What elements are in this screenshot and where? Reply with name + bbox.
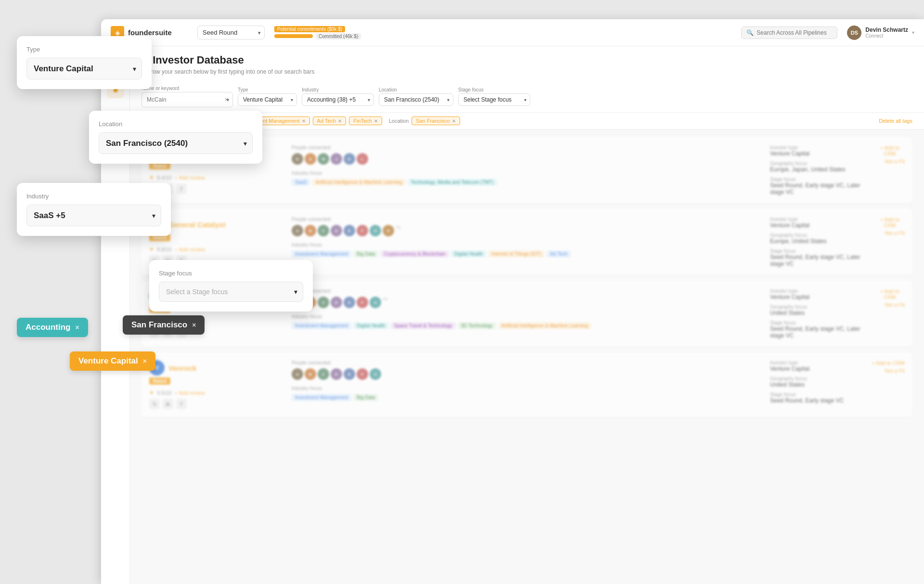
industry-dropdown-select-wrap[interactable]: SaaS +5 — [26, 205, 161, 226]
ind3-tag2[interactable]: Digital Health — [353, 322, 388, 329]
pipeline-select[interactable]: Seed Round — [197, 26, 265, 39]
ind4-tag1[interactable]: Investment Management — [292, 394, 351, 401]
stage-value-3: Seed Round, Early stage VC, Later stage … — [770, 325, 875, 339]
stage-dropdown-select-wrap[interactable]: Select a Stage focus — [159, 282, 303, 302]
pipeline-select-wrap[interactable]: Seed Round — [197, 26, 265, 39]
ind-tag-tmt[interactable]: Technology, Media and Telecom (TMT) — [408, 179, 497, 186]
industry-tags-3: Investment Management Digital Health Spa… — [292, 322, 762, 329]
filter-type-select[interactable]: Venture Capital — [238, 93, 297, 106]
global-search-input[interactable] — [757, 29, 832, 36]
geo-label-4: Geography focus: — [770, 376, 844, 381]
investor-name-2[interactable]: General Catalyst — [168, 221, 225, 229]
dropdown-type: Type Venture Capital — [17, 36, 152, 89]
type-dropdown-label: Type — [26, 46, 142, 53]
add-crm-btn-2[interactable]: + Add to CRM — [875, 217, 905, 228]
avatar-1: D — [292, 153, 303, 165]
investor-details-4: Investor type: Venture Capital Geography… — [770, 360, 844, 404]
ind2-tag5[interactable]: Internet of Things (IOT) — [488, 250, 545, 258]
filter-stage-label: Stage focus — [458, 87, 530, 92]
av3-5: E — [344, 297, 355, 308]
add-review-4[interactable]: + Add review — [175, 390, 205, 396]
type-dropdown-select[interactable]: Venture Capital — [26, 58, 142, 79]
rating-row-1: ★ 9.4/10 + Add review — [149, 174, 284, 181]
av2-5: E — [344, 225, 355, 236]
ind2-tag4[interactable]: Digital Health — [451, 250, 486, 258]
tag-adtech[interactable]: Ad Tech ✕ — [313, 117, 346, 125]
tag-sf[interactable]: San Francisco ✕ — [411, 117, 460, 125]
add-review-1[interactable]: + Add review — [175, 175, 205, 181]
filter-location-wrap[interactable]: San Francisco (2540) — [379, 93, 453, 106]
chip-vc-close-icon[interactable]: × — [143, 357, 147, 365]
ind2-tag1[interactable]: Investment Management — [292, 250, 351, 258]
not-fit-btn-2[interactable]: Not a Fit — [885, 230, 905, 236]
av3-3: C — [318, 297, 329, 308]
twitter-icon-4[interactable]: 𝕏 — [149, 399, 160, 409]
filter-industry-select[interactable]: Accounting (38) +5 — [302, 93, 374, 106]
av2-6: F — [357, 225, 368, 236]
ind3-tag4[interactable]: 3D Technology — [458, 322, 496, 329]
add-crm-btn-1[interactable]: + Add to CRM — [875, 145, 905, 156]
star-icon-2: ★ — [149, 246, 154, 252]
action-buttons-2: + Add to CRM Not a Fit — [875, 217, 905, 236]
not-fit-btn-1[interactable]: Not a Fit — [885, 158, 905, 164]
av3-6: F — [357, 297, 368, 308]
ind4-tag2[interactable]: Big Data — [353, 394, 378, 401]
metric-potential: Potential commitments ($0k $) — [274, 26, 361, 32]
not-fit-btn-4[interactable]: Not a Fit — [885, 368, 905, 374]
chip-accounting[interactable]: Accounting × — [17, 318, 88, 337]
industry-label-1: Industry focus: — [292, 170, 762, 176]
industry-label-4: Industry focus: — [292, 386, 762, 391]
ind3-tag5[interactable]: Artificial Intelligence & Machine Learni… — [498, 322, 591, 329]
filter-name-input[interactable] — [141, 92, 233, 107]
geo-value-1: Europe, Japan, United States — [770, 166, 875, 173]
stage-value-4: Seed Round, Early stage VC — [770, 397, 844, 404]
avatars-3: A B C D E F G +1 — [292, 297, 762, 308]
investor-middle-3: People connected: A B C D E F G +1 Indus… — [292, 288, 762, 329]
filter-type-wrap[interactable]: Venture Capital — [238, 93, 297, 106]
add-crm-btn-3[interactable]: + Add to CRM — [875, 288, 905, 300]
chip-sf[interactable]: San Francisco × — [123, 315, 205, 335]
ind2-tag6[interactable]: Ad Tech — [547, 250, 571, 258]
industry-tags-4: Investment Management Big Data — [292, 394, 762, 401]
chip-sf-text: San Francisco — [131, 320, 187, 330]
tag-fintech[interactable]: FinTech ✕ — [349, 117, 382, 125]
ind3-tag1[interactable]: Investment Management — [292, 322, 351, 329]
investor-name-4[interactable]: Venrock — [168, 364, 196, 372]
chip-sf-close-icon[interactable]: × — [192, 321, 196, 329]
not-fit-btn-3[interactable]: Not a Fit — [885, 302, 905, 308]
filter-industry-wrap[interactable]: Accounting (38) +5 — [302, 93, 374, 106]
page-title: ▶ Investor Database — [141, 54, 912, 66]
ind2-tag2[interactable]: Big Data — [353, 250, 378, 258]
global-search-bar[interactable]: 🔍 — [741, 26, 837, 39]
add-crm-btn-4[interactable]: + Add to CRM — [872, 360, 905, 366]
facebook-icon-4[interactable]: f — [176, 399, 187, 409]
type-dropdown-select-wrap[interactable]: Venture Capital — [26, 58, 142, 79]
facebook-icon-1[interactable]: f — [176, 183, 187, 194]
investor-middle-4: People connected: A B C D E F G Industry… — [292, 360, 762, 401]
industry-dropdown-select[interactable]: SaaS +5 — [26, 205, 161, 226]
add-review-2[interactable]: + Add review — [175, 247, 205, 252]
ind-tag-ai[interactable]: Artificial Intelligence & Machine Learni… — [312, 179, 405, 186]
logo-text: foundersuite — [128, 28, 172, 37]
filter-name: Name or keyword ✕ — [141, 86, 233, 107]
filter-name-wrap[interactable]: ✕ — [141, 92, 233, 107]
stage-dropdown-select[interactable]: Select a Stage focus — [159, 282, 303, 302]
chip-vc[interactable]: Venture Capital × — [70, 351, 155, 371]
filter-stage-wrap[interactable]: Select Stage focus — [458, 93, 530, 106]
filter-name-clear-icon[interactable]: ✕ — [224, 96, 229, 103]
delete-all-tags-button[interactable]: Delete all tags — [879, 118, 912, 124]
av4-5: E — [344, 368, 355, 380]
filter-stage-select[interactable]: Select Stage focus — [458, 93, 530, 106]
linkedin-icon-4[interactable]: in — [163, 399, 173, 409]
committed-bar — [274, 34, 313, 38]
metrics-area: Potential commitments ($0k $) Committed … — [274, 26, 361, 39]
filter-location: Location San Francisco (2540) — [379, 87, 453, 106]
location-dropdown-select[interactable]: San Francisco (2540) — [99, 132, 253, 154]
filter-location-select[interactable]: San Francisco (2540) — [379, 93, 453, 106]
chip-accounting-close-icon[interactable]: × — [76, 324, 79, 331]
ind2-tag3[interactable]: Cryptocurrency & Blockchain — [380, 250, 449, 258]
ind3-tag3[interactable]: Space Travel & Technology — [391, 322, 456, 329]
location-dropdown-select-wrap[interactable]: San Francisco (2540) — [99, 132, 253, 154]
user-area[interactable]: DS Devin Schwartz Connect ▾ — [847, 26, 914, 40]
ind-tag-saas[interactable]: SaaS — [292, 179, 310, 186]
